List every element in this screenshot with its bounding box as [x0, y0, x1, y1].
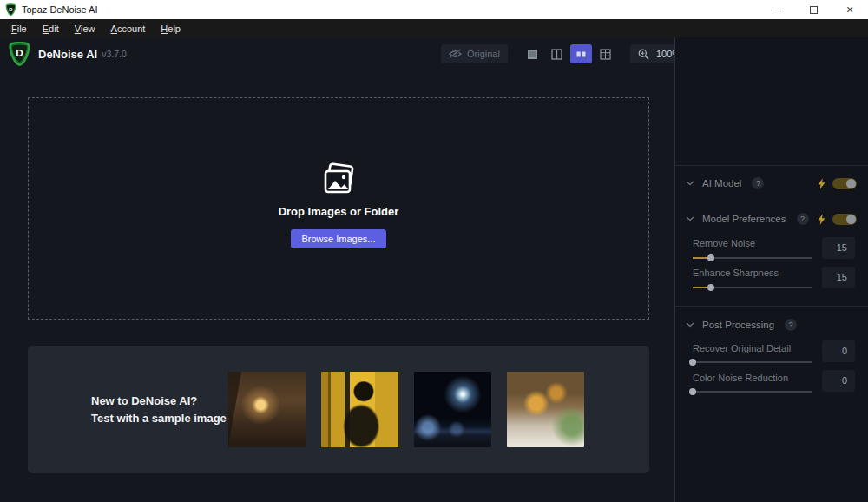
- menu-bar: File Edit View Account Help: [0, 19, 868, 37]
- split-view-icon: [551, 49, 562, 60]
- zoom-in-icon: [638, 49, 649, 60]
- toggle-knob: [846, 179, 856, 188]
- section-post-processing: Post Processing ?: [686, 316, 857, 334]
- remove-noise-label: Remove Noise: [693, 238, 755, 248]
- menu-edit-accel: E: [43, 23, 49, 34]
- post-processing-help-icon[interactable]: ?: [785, 319, 797, 331]
- browse-images-button[interactable]: Browse Images...: [291, 229, 387, 248]
- view-quad-button[interactable]: [595, 44, 616, 63]
- ai-model-toggle[interactable]: [832, 178, 857, 189]
- menu-edit-label: dit: [49, 23, 59, 34]
- sample-thumb-fireworks[interactable]: [414, 372, 491, 447]
- slider-knob[interactable]: [689, 388, 696, 395]
- slider-knob[interactable]: [707, 254, 714, 261]
- menu-file-accel: F: [11, 23, 17, 34]
- recover-original-detail-label: Recover Original Detail: [693, 343, 791, 353]
- slider-knob[interactable]: [689, 359, 696, 366]
- auto-bolt-icon: [818, 178, 825, 189]
- menu-account-accel: A: [111, 23, 117, 34]
- svg-text:D: D: [9, 6, 13, 11]
- dropzone-title: Drop Images or Folder: [279, 205, 399, 218]
- menu-view[interactable]: View: [67, 19, 103, 37]
- view-mode-group: [522, 44, 616, 63]
- section-ai-model: AI Model ?: [686, 175, 857, 192]
- post-processing-label: Post Processing: [702, 320, 774, 330]
- quad-view-icon: [600, 49, 611, 60]
- main-workspace: D DeNoise AI v3.7.0 Original: [0, 37, 674, 502]
- menu-account[interactable]: Account: [103, 19, 154, 37]
- sample-heading-line2: Test with a sample image: [91, 410, 228, 427]
- chevron-down-icon[interactable]: [686, 322, 694, 327]
- settings-panel: AI Model ? Model Preferences ? Remove No…: [674, 37, 868, 502]
- enhance-sharpness-slider[interactable]: [693, 287, 812, 288]
- menu-edit[interactable]: Edit: [35, 19, 67, 37]
- enhance-sharpness-value[interactable]: 15: [822, 267, 855, 288]
- menu-help-accel: H: [161, 23, 168, 34]
- original-label: Original: [467, 49, 500, 59]
- sample-thumb-cafe-baskets[interactable]: [507, 372, 584, 447]
- chevron-down-icon[interactable]: [686, 216, 694, 221]
- panel-divider: [675, 306, 868, 307]
- view-toolbar: Original: [441, 44, 703, 63]
- menu-view-accel: V: [75, 23, 81, 34]
- ai-model-label: AI Model: [702, 178, 741, 188]
- menu-help[interactable]: Help: [153, 19, 188, 37]
- menu-help-label: elp: [168, 23, 181, 34]
- toggle-knob: [846, 215, 856, 224]
- color-noise-reduction-slider[interactable]: [693, 391, 812, 393]
- window-title: Topaz DeNoise AI: [22, 4, 97, 15]
- side-by-side-view-icon: [575, 49, 587, 60]
- chevron-down-icon[interactable]: [686, 181, 694, 186]
- sample-thumbnails: [228, 372, 584, 447]
- menu-account-label: ccount: [117, 23, 145, 34]
- menu-file-label: ile: [17, 23, 27, 34]
- svg-text:D: D: [16, 47, 23, 58]
- sample-panel-heading: New to DeNoise AI? Test with a sample im…: [91, 393, 228, 427]
- auto-bolt-icon: [818, 214, 825, 225]
- image-drop-zone[interactable]: Drop Images or Folder Browse Images...: [28, 97, 649, 320]
- color-noise-reduction-label: Color Noise Reduction: [693, 373, 788, 383]
- minimize-icon: [773, 10, 781, 10]
- view-single-button[interactable]: [522, 44, 543, 63]
- single-view-icon: [527, 49, 538, 60]
- enhance-sharpness-label: Enhance Sharpness: [693, 268, 779, 278]
- section-model-preferences: Model Preferences ?: [686, 210, 857, 228]
- recover-original-detail-slider[interactable]: [693, 361, 812, 363]
- recover-original-detail-value[interactable]: 0: [822, 340, 855, 362]
- maximize-button[interactable]: [795, 0, 832, 19]
- menu-file[interactable]: File: [3, 19, 35, 37]
- maximize-icon: [810, 6, 818, 14]
- close-button[interactable]: ×: [832, 0, 868, 19]
- app-name: DeNoise AI: [38, 48, 97, 61]
- view-side-by-side-button[interactable]: [570, 44, 592, 63]
- ai-model-help-icon[interactable]: ?: [752, 177, 764, 189]
- remove-noise-value[interactable]: 15: [822, 237, 855, 259]
- sample-thumb-stained-glass[interactable]: [321, 372, 398, 447]
- app-logo-icon: D: [5, 3, 16, 17]
- eye-off-icon: [449, 49, 462, 59]
- remove-noise-slider[interactable]: [693, 257, 812, 259]
- view-split-button[interactable]: [546, 44, 568, 63]
- denoise-logo-icon: D: [8, 42, 31, 67]
- minimize-button[interactable]: [759, 0, 795, 19]
- original-toggle-button[interactable]: Original: [441, 44, 508, 63]
- menu-view-label: iew: [81, 23, 95, 34]
- color-noise-reduction-value[interactable]: 0: [822, 370, 855, 392]
- sample-images-panel: New to DeNoise AI? Test with a sample im…: [28, 346, 649, 473]
- sample-thumb-lodge-interior[interactable]: [228, 372, 306, 447]
- panel-divider: [675, 165, 868, 166]
- slider-knob[interactable]: [707, 284, 714, 291]
- close-icon: ×: [846, 3, 853, 16]
- app-version: v3.7.0: [102, 49, 127, 59]
- window-titlebar: D Topaz DeNoise AI ×: [0, 0, 868, 19]
- sample-heading-line1: New to DeNoise AI?: [91, 393, 228, 410]
- model-preferences-label: Model Preferences: [702, 214, 786, 224]
- images-icon: [319, 162, 358, 197]
- model-preferences-toggle[interactable]: [832, 214, 857, 225]
- model-preferences-help-icon[interactable]: ?: [797, 213, 809, 225]
